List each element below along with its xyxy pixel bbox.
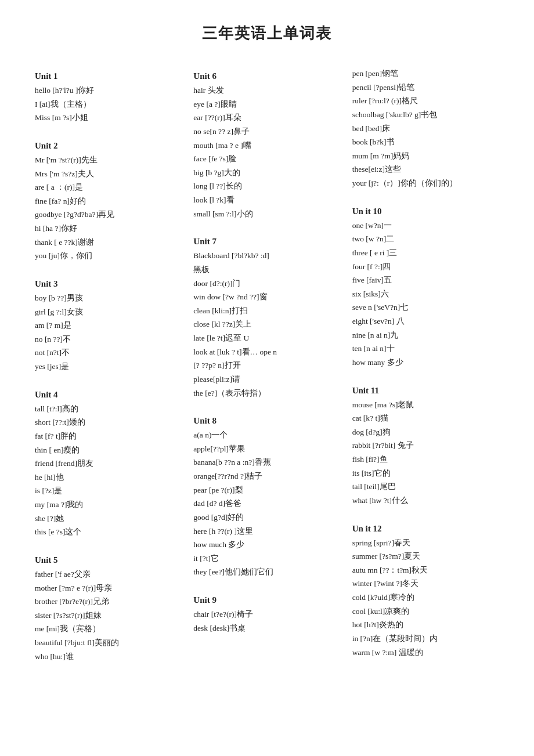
word-entry: a(a n)一个 xyxy=(193,428,340,442)
word-entry: fine [fa? n]好的 xyxy=(35,194,182,208)
word-entry: mother [?m? e ?(r)]母亲 xyxy=(35,581,182,595)
word-entry: the [e?]（表示特指） xyxy=(193,386,340,400)
word-entry: no [n ??]不 xyxy=(35,332,182,346)
word-entry: friend [frend]朋友 xyxy=(35,457,182,471)
word-entry: no se[n ?? z]鼻子 xyxy=(193,125,340,139)
word-entry: banana[b ??n a :n?]香蕉 xyxy=(193,455,340,469)
word-entry: hi [ha ?]你好 xyxy=(35,222,182,236)
word-entry: mum [m ?m]妈妈 xyxy=(352,149,499,163)
word-entry: face [fe ?s]脸 xyxy=(193,152,340,166)
unit-title: Unit 7 xyxy=(193,237,340,247)
word-entry: nine [n ai n]九 xyxy=(352,328,499,342)
column-col3: pen [pen]钢笔pencil [?pensl]铅笔ruler [?ru:l… xyxy=(352,61,499,669)
word-entry: pen [pen]钢笔 xyxy=(352,67,499,81)
word-entry: clean [kli:n]打扫 xyxy=(193,304,340,318)
word-entry: he [hi]他 xyxy=(35,471,182,484)
word-entry: how many 多少 xyxy=(352,356,499,370)
word-entry: big [b ?g]大的 xyxy=(193,166,340,180)
word-entry: these[ei:z]这些 xyxy=(352,162,499,176)
word-entry: orange[??r?nd ?]桔子 xyxy=(193,469,340,483)
word-entry: spring [spri?]春天 xyxy=(352,536,499,550)
word-entry: fish [fi?]鱼 xyxy=(352,453,499,466)
word-entry: fat [f? t]胖的 xyxy=(35,429,182,443)
word-entry: thin [ en]瘦的 xyxy=(35,443,182,457)
word-entry: chair [t?e?(r)]椅子 xyxy=(193,607,340,621)
word-entry: am [? m]是 xyxy=(35,319,182,332)
word-table: Unit 1hello [h?'l?u ]你好I [ai]我（主格）Miss [… xyxy=(35,61,499,669)
unit-title: Un it 10 xyxy=(352,207,499,216)
word-entry: hot [h?t]炎热的 xyxy=(352,618,499,632)
word-entry: thank [ e ??k]谢谢 xyxy=(35,236,182,249)
page-title: 三年英语上单词表 xyxy=(35,23,499,44)
word-entry: father ['f ae?父亲 xyxy=(35,567,182,581)
word-entry: schoolbag ['sku:lb? g]书包 xyxy=(352,108,499,122)
word-entry: apple[??pl]苹果 xyxy=(193,442,340,456)
word-entry: one [w?n]一 xyxy=(352,219,499,233)
word-entry: good [g?d]好的 xyxy=(193,511,340,525)
word-entry: my [ma ?]我的 xyxy=(35,498,182,512)
word-entry: four [f ?:]四 xyxy=(352,260,499,274)
word-entry: she [?]她 xyxy=(35,512,182,526)
word-entry: your [j?:（r）]你的（你们的） xyxy=(352,176,499,190)
column-col2: Unit 6hair 头发eye [a ?]眼睛ear [??(r)]耳朵no … xyxy=(193,61,340,669)
unit-title: Unit 1 xyxy=(35,71,182,81)
word-entry: who [hu:]谁 xyxy=(35,650,182,664)
word-entry: two [w ?n]二 xyxy=(352,232,499,246)
word-entry: Blackboard [?bl?kb? :d] xyxy=(193,249,340,263)
word-entry: cold [k?uld]寒冷的 xyxy=(352,591,499,605)
word-entry: Mrs ['m ?s?z]夫人 xyxy=(35,167,182,181)
word-entry: please[pli:z]请 xyxy=(193,372,340,386)
word-entry: not [n?t]不 xyxy=(35,346,182,360)
word-entry: winter [?wint ?]冬天 xyxy=(352,577,499,591)
word-entry: short [??:t]矮的 xyxy=(35,415,182,429)
word-entry: beautiful [?bju:t fl]美丽的 xyxy=(35,636,182,650)
word-entry: ruler [?ru:l? (r)]格尺 xyxy=(352,94,499,108)
column-col1: Unit 1hello [h?'l?u ]你好I [ai]我（主格）Miss [… xyxy=(35,61,182,669)
word-entry: pear [pe ?(r)]梨 xyxy=(193,483,340,497)
unit-title: Unit 8 xyxy=(193,416,340,426)
word-entry: three [ e ri ]三 xyxy=(352,246,499,260)
word-entry: warm [w ?:m] 温暖的 xyxy=(352,646,499,660)
word-entry: you [ju]你，你们 xyxy=(35,249,182,263)
word-entry: book [b?k]书 xyxy=(352,135,499,149)
word-entry: tall [t?:l]高的 xyxy=(35,402,182,416)
unit-title: Unit 9 xyxy=(193,595,340,605)
word-entry: cat [k? t]猫 xyxy=(352,411,499,425)
word-entry: door [d?:(r)]门 xyxy=(193,277,340,291)
word-entry: long [l ??]长的 xyxy=(193,179,340,193)
word-entry: boy [b ??]男孩 xyxy=(35,291,182,305)
word-entry: dad [d? d]爸爸 xyxy=(193,497,340,511)
word-entry: desk [desk]书桌 xyxy=(193,621,340,635)
word-entry: girl [g ?:l]女孩 xyxy=(35,305,182,319)
word-entry: are [ a ：(r)]是 xyxy=(35,180,182,194)
word-entry: eye [a ?]眼睛 xyxy=(193,97,340,111)
unit-title: Unit 2 xyxy=(35,141,182,151)
word-entry: tail [teil]尾巴 xyxy=(352,480,499,494)
word-entry: late [le ?t]迟至 U xyxy=(193,331,340,345)
word-entry: ear [??(r)]耳朵 xyxy=(193,111,340,125)
word-entry: this [e ?s]这个 xyxy=(35,525,182,539)
word-entry: win dow [?w ?nd ??]窗 xyxy=(193,290,340,304)
word-entry: they [ee?]他们她们它们 xyxy=(193,565,340,579)
word-entry: look at [luk ? t]看… ope n xyxy=(193,345,340,359)
word-entry: yes [jes]是 xyxy=(35,360,182,374)
unit-title: Unit 4 xyxy=(35,390,182,400)
word-entry: 黑板 xyxy=(193,263,340,277)
word-entry: close [kl ??z]关上 xyxy=(193,317,340,331)
word-entry: summer [?s?m?]夏天 xyxy=(352,549,499,563)
word-entry: goodbye [?g?d?ba?]再见 xyxy=(35,208,182,222)
word-entry: bed [bed]床 xyxy=(352,122,499,136)
word-entry: here [h ??(r) ]这里 xyxy=(193,525,340,538)
word-entry: mouse [ma ?s]老鼠 xyxy=(352,398,499,412)
word-entry: pencil [?pensl]铅笔 xyxy=(352,81,499,95)
word-entry: small [sm ?:l]小的 xyxy=(193,207,340,221)
word-entry: its [its]它的 xyxy=(352,466,499,480)
word-entry: how much 多少 xyxy=(193,538,340,552)
word-entry: six [siks]六 xyxy=(352,287,499,301)
word-entry: sister [?s?st?(r)]姐妹 xyxy=(35,609,182,623)
word-entry: ten [n ai n]十 xyxy=(352,342,499,356)
unit-title: Unit 5 xyxy=(35,555,182,565)
word-entry: hello [h?'l?u ]你好 xyxy=(35,84,182,97)
word-entry: look [l ?k]看 xyxy=(193,193,340,207)
word-entry: hair 头发 xyxy=(193,84,340,97)
